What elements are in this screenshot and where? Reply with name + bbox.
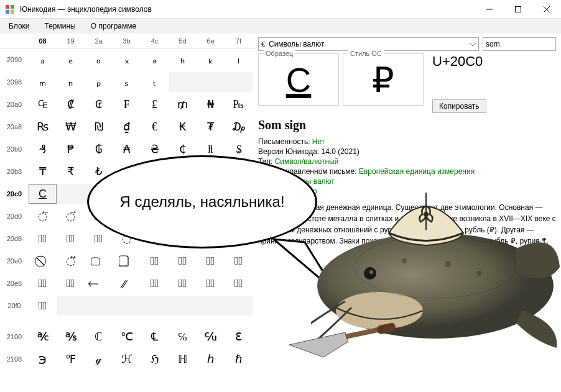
glyph-cell[interactable]: ◌⃯ <box>225 273 253 293</box>
glyph-cell[interactable]: ₙ <box>57 72 85 92</box>
glyph-cell[interactable]: ◌⃬ <box>141 273 169 293</box>
glyph-cell[interactable]: ◌⃔ <box>141 206 169 226</box>
col-header-cell[interactable]: 4c <box>141 34 169 48</box>
glyph-cell[interactable]: ℌ <box>141 349 169 369</box>
glyph-cell[interactable]: ◌⃤ <box>141 251 169 271</box>
glyph-cell[interactable]: ◌⃐ <box>29 206 57 226</box>
glyph-cell[interactable]: ℊ <box>85 349 113 369</box>
glyph-cell[interactable]: C <box>29 184 57 204</box>
link-bidi[interactable]: Европейская единица измерения <box>359 167 475 176</box>
search-input[interactable] <box>483 37 556 51</box>
block-dropdown[interactable]: € Символы валют <box>258 37 479 51</box>
glyph-cell[interactable]: ⃝ <box>169 229 197 248</box>
glyph-cell[interactable]: ₲ <box>85 139 113 159</box>
glyph-cell[interactable]: ₮ <box>197 117 225 137</box>
glyph-cell[interactable]: ₨ <box>29 117 57 137</box>
glyph-cell[interactable]: ◌⃦ <box>197 251 225 271</box>
glyph-cell[interactable]: ◌⃒ <box>85 206 113 226</box>
glyph-cell[interactable]: ₛ <box>113 72 141 92</box>
glyph-cell[interactable]: ₽ <box>169 162 197 181</box>
glyph-cell[interactable]: ₪ <box>85 117 113 137</box>
link-font[interactable]: PT Mono <box>287 187 317 196</box>
glyph-cell[interactable]: ₔ <box>141 50 169 70</box>
glyph-cell[interactable]: ℇ <box>225 327 253 347</box>
menu-terms[interactable]: Термины <box>37 19 83 34</box>
glyph-cell[interactable]: ₑ <box>57 50 85 70</box>
copy-button[interactable]: Копировать <box>432 99 486 113</box>
glyph-cell[interactable]: ⃪ <box>85 273 113 293</box>
glyph-cell[interactable]: ₓ <box>113 50 141 70</box>
maximize-button[interactable] <box>504 0 532 19</box>
glyph-cell[interactable]: ℋ <box>113 349 141 369</box>
glyph-cell[interactable]: € <box>141 117 169 137</box>
glyph-cell[interactable]: ₾ <box>197 162 225 181</box>
minimize-button[interactable] <box>475 0 504 19</box>
glyph-cell[interactable]: ₚ <box>85 72 113 92</box>
glyph-cell[interactable]: ◌⃨ <box>29 273 57 293</box>
glyph-cell[interactable]: ₠ <box>29 94 57 114</box>
glyph-cell[interactable]: ₶ <box>197 139 225 159</box>
glyph-cell[interactable]: ₸ <box>29 162 57 181</box>
glyph-cell[interactable]: ◌⃛ <box>113 229 141 248</box>
glyph-cell[interactable]: ⃢ <box>85 251 113 271</box>
link-block[interactable]: Символы валют <box>279 177 334 186</box>
glyph-cell[interactable]: ◌⃡ <box>57 251 85 271</box>
glyph-cell[interactable]: ₺ <box>85 162 113 181</box>
glyph-cell[interactable]: ⃟ <box>225 229 253 248</box>
glyph-cell[interactable]: ◌⃩ <box>57 273 85 293</box>
glyph-cell[interactable]: ₯ <box>225 117 253 137</box>
close-button[interactable] <box>532 0 561 19</box>
menu-about[interactable]: О программе <box>83 19 144 34</box>
glyph-cell[interactable]: ⃣ <box>113 251 141 271</box>
glyph-cell[interactable]: ₵ <box>169 139 197 159</box>
glyph-cell[interactable]: ◌⃓ <box>113 206 141 226</box>
glyph-cell[interactable]: ℄ <box>141 327 169 347</box>
glyph-cell[interactable]: ₰ <box>29 139 57 159</box>
glyph-cell[interactable]: ⃞ <box>197 229 225 248</box>
glyph-cell[interactable]: ◌⃘ <box>29 229 57 248</box>
link-type[interactable]: Символ/валютный <box>275 157 339 166</box>
glyph-cell[interactable]: ₿ <box>225 162 253 181</box>
glyph-cell[interactable]: ₦ <box>197 94 225 114</box>
glyph-cell[interactable]: ℃ <box>113 327 141 347</box>
col-header-cell[interactable]: 3b <box>113 34 141 48</box>
glyph-cell[interactable]: ₣ <box>113 94 141 114</box>
menu-blocks[interactable]: Блоки <box>1 19 37 34</box>
glyph-cell[interactable]: ₻ <box>113 162 141 181</box>
glyph-cell[interactable]: ₼ <box>141 162 169 181</box>
glyph-cell[interactable]: ℂ <box>85 327 113 347</box>
glyph-cell[interactable]: ℆ <box>197 327 225 347</box>
glyph-cell[interactable]: ◌⃙ <box>57 229 85 248</box>
col-header-cell[interactable]: 08 <box>29 34 57 48</box>
col-header-cell[interactable]: 7f <box>225 34 253 48</box>
glyph-cell[interactable]: ₫ <box>113 117 141 137</box>
glyph-cell[interactable]: ₷ <box>225 139 253 159</box>
glyph-cell[interactable]: ₖ <box>197 50 225 70</box>
col-header-cell[interactable]: 2a <box>85 34 113 48</box>
glyph-cell[interactable]: ◌⃧ <box>225 251 253 271</box>
glyph-cell[interactable]: ◌⃭ <box>169 273 197 293</box>
glyph-cell[interactable]: ⃠ <box>29 251 57 271</box>
glyph-cell[interactable]: ◌⃗ <box>225 206 253 226</box>
glyph-cell[interactable]: ₴ <box>141 139 169 159</box>
glyph-cell[interactable]: ₕ <box>169 50 197 70</box>
col-header-cell[interactable]: 5d <box>169 34 197 48</box>
glyph-cell[interactable]: ₜ <box>141 72 169 92</box>
glyph-cell[interactable]: ℍ <box>169 349 197 369</box>
glyph-cell[interactable]: ₩ <box>57 117 85 137</box>
glyph-cell[interactable]: ◌⃥ <box>169 251 197 271</box>
glyph-cell[interactable]: ₱ <box>57 139 85 159</box>
glyph-cell[interactable]: ₗ <box>225 50 253 70</box>
glyph-cell[interactable]: ◌⃜ <box>141 229 169 248</box>
glyph-cell[interactable]: ₥ <box>169 94 197 114</box>
glyph-cell[interactable]: ℈ <box>29 349 57 369</box>
glyph-cell[interactable]: ₒ <box>85 50 113 70</box>
glyph-cell[interactable]: ₐ <box>29 50 57 70</box>
glyph-cell[interactable]: ₭ <box>169 117 197 137</box>
glyph-cell[interactable]: ₘ <box>29 72 57 92</box>
glyph-cell[interactable]: ◌⃮ <box>197 273 225 293</box>
col-header-cell[interactable]: 19 <box>57 34 85 48</box>
glyph-cell[interactable]: ◌⃰ <box>29 296 57 316</box>
glyph-cell[interactable]: ℅ <box>169 327 197 347</box>
glyph-cell[interactable]: ⃫ <box>113 273 141 293</box>
